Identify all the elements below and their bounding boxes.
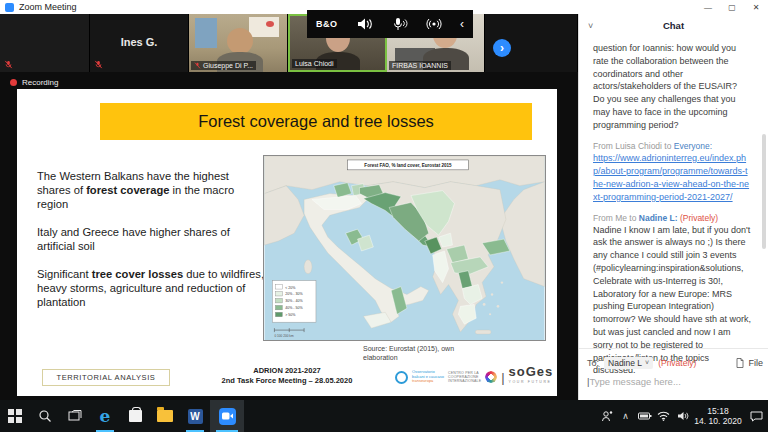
next-participants-button[interactable]: › [493, 39, 511, 57]
notification-icon [750, 411, 763, 422]
system-tray: ∧ 15:18 14. 10. 2020 [597, 400, 768, 432]
chat-link[interactable]: https://www.adrioninterreg.eu/index.php/… [593, 152, 751, 204]
zoom-taskbar-button[interactable] [210, 400, 244, 432]
slide-paragraph: The Western Balkans have the highest sha… [37, 169, 265, 211]
muted-mic-icon [194, 62, 201, 69]
participant-name: Ines G. [90, 36, 188, 48]
presentation-slide: Forest coverage and tree losses The West… [17, 89, 557, 396]
poster-decor [249, 17, 279, 37]
poster-decor [266, 21, 274, 27]
participant-label: Giuseppe Di P... [191, 61, 256, 70]
search-button[interactable] [30, 400, 60, 432]
map-source-caption: Source: Eurostat (2015), own elaboration [363, 345, 523, 362]
taskbar-clock[interactable]: 15:18 14. 10. 2020 [692, 406, 744, 426]
file-explorer-button[interactable] [150, 400, 180, 432]
svg-text:0 100 200 km: 0 100 200 km [274, 334, 293, 338]
participant-label: Luisa Chiodi [292, 59, 337, 68]
chat-messages: question for Ioannis: how would you rate… [593, 42, 751, 386]
audio-osd-bar: B&O ‹ [307, 10, 473, 38]
speaker-icon[interactable] [356, 17, 374, 31]
task-view-button[interactable] [60, 400, 90, 432]
recording-indicator: Recording [0, 76, 578, 89]
chat-message: From Luisa Chiodi to Everyone: https://w… [593, 141, 751, 204]
bang-olufsen-logo-icon: B&O [316, 19, 338, 29]
slide-paragraph: Italy and Greece have higher shares of a… [37, 225, 265, 253]
word-icon: W [188, 409, 203, 424]
logo-divider: | [501, 370, 504, 385]
slide-title: Forest coverage and tree losses [198, 112, 434, 131]
svg-text:40% - 50%: 40% - 50% [285, 306, 303, 310]
battery-icon [638, 412, 652, 420]
video-tile-partial[interactable] [0, 14, 90, 72]
zoom-meeting-window: Zoom Meeting — ▢ ✕ Ines G. Giuseppe Di P… [0, 0, 768, 432]
slide-title-banner: Forest coverage and tree losses [100, 103, 532, 140]
battery-button[interactable] [635, 400, 654, 432]
recipient-dropdown[interactable]: Nadine L˅ [604, 357, 653, 369]
slide-paragraph: Significant tree cover losses due to wil… [37, 267, 265, 309]
chat-message-input[interactable]: |Type message here... [587, 376, 763, 387]
video-tile-giuseppe[interactable]: Giuseppe Di P... [189, 14, 288, 72]
slide-body-text: The Western Balkans have the highest sha… [37, 169, 265, 323]
chat-recipient-row: To: Nadine L˅ (Privately) File [587, 355, 763, 370]
chat-panel: ˅ Chat question for Ioannis: how would y… [578, 14, 768, 400]
file-explorer-icon [157, 410, 173, 422]
map-legend: < 20% 20% - 30% 30% - 40% 40% - 50% > 50… [272, 281, 316, 323]
minimize-button[interactable]: — [696, 0, 720, 14]
date: 14. 10. 2020 [692, 416, 744, 426]
edge-button[interactable]: e [90, 400, 120, 432]
cci-ring-icon [485, 371, 497, 383]
forest-coverage-map: Forest FAO, % land cover, Eurostat 2015 … [263, 155, 546, 341]
chevron-left-icon[interactable]: ‹ [460, 17, 464, 31]
participant-label: FIRBAS IOANNIS [389, 61, 451, 70]
chevron-down-icon[interactable]: ˅ [588, 21, 593, 31]
chat-message: From Me to Nadine L: (Privately) Nadine … [593, 213, 751, 378]
partner-logos: Osservatorio balcani e caucaso transeuro… [395, 366, 547, 388]
territorial-analysis-box: TERRITORIAL ANALYSIS [42, 369, 170, 386]
muted-mic-icon [4, 60, 13, 69]
start-button[interactable] [0, 400, 30, 432]
svg-text:20% - 30%: 20% - 30% [285, 292, 303, 296]
microphone-icon[interactable] [392, 17, 408, 32]
store-button[interactable] [120, 400, 150, 432]
broadcast-icon[interactable] [426, 16, 442, 32]
store-icon [129, 410, 142, 422]
chat-title: Chat [579, 20, 768, 31]
edge-icon: e [100, 406, 111, 426]
svg-text:< 20%: < 20% [285, 286, 296, 290]
time: 15:18 [692, 406, 744, 416]
volume-button[interactable] [673, 400, 692, 432]
people-icon [601, 410, 613, 422]
tray-expand-button[interactable]: ∧ [616, 400, 635, 432]
privately-label: (Privately) [658, 358, 696, 368]
poster-decor [195, 18, 217, 48]
wifi-icon [657, 411, 670, 421]
cci-logo-text: CENTRO PER LA COOPERAZIONE INTERNAZIONAL… [448, 371, 481, 383]
word-button[interactable]: W [180, 400, 210, 432]
maximize-button[interactable]: ▢ [720, 0, 744, 14]
file-button[interactable]: File [736, 358, 763, 368]
to-label: To: [587, 358, 599, 368]
speaker-icon [677, 411, 689, 421]
svg-text:30% - 40%: 30% - 40% [285, 299, 303, 303]
window-title: Zoom Meeting [19, 2, 77, 12]
search-icon [38, 409, 52, 423]
chevron-down-icon: ˅ [645, 359, 649, 366]
osservatorio-logo-icon [395, 371, 408, 384]
video-strip: Ines G. Giuseppe Di P... Luisa Chiodi [0, 14, 578, 72]
shared-screen: Recording Forest coverage and tree losse… [0, 72, 578, 400]
divider [579, 348, 768, 349]
video-tile-ines[interactable]: Ines G. [90, 14, 189, 72]
chat-scrollbar[interactable] [762, 134, 766, 249]
map-title: Forest FAO, % land cover, Eurostat 2015 [364, 163, 452, 168]
recording-dot-icon [10, 79, 17, 86]
people-tray-button[interactable] [597, 400, 616, 432]
zoom-app-icon [5, 3, 14, 12]
file-icon [736, 358, 744, 368]
soges-logo: soGes YOUR FUTURE [509, 366, 554, 388]
close-button[interactable]: ✕ [744, 0, 768, 14]
muted-mic-icon [94, 60, 103, 69]
slide-footer: ADRION 2021-2027 2nd Task Force Meeting … [187, 366, 387, 385]
network-button[interactable] [654, 400, 673, 432]
action-center-button[interactable] [744, 400, 768, 432]
taskbar: e W ∧ [0, 400, 768, 432]
